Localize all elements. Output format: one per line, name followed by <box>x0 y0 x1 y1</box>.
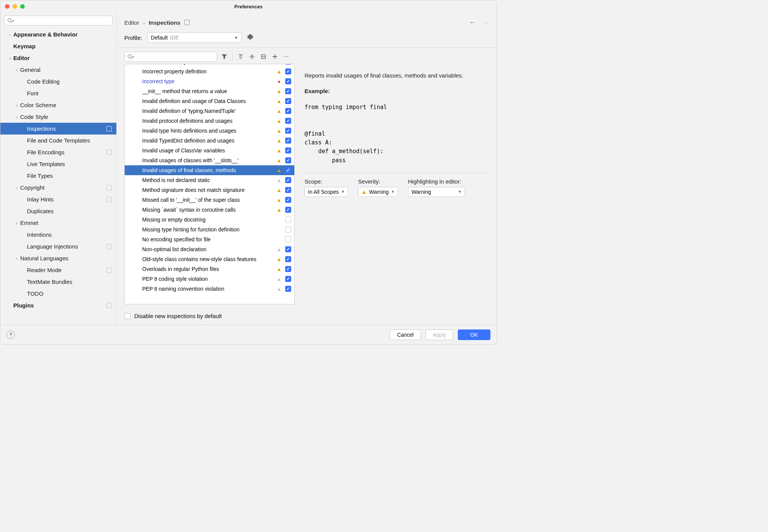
sidebar-item[interactable]: File Types <box>0 170 116 182</box>
sidebar-item[interactable]: Keymap <box>0 40 116 52</box>
inspection-checkbox[interactable] <box>285 147 291 154</box>
inspection-row[interactable]: No encoding specified for file <box>125 234 294 244</box>
inspection-row[interactable]: Missed call to '__init__' of the super c… <box>125 195 294 205</box>
inspection-checkbox[interactable] <box>285 118 291 124</box>
sidebar-item[interactable]: ›Natural Languages <box>0 252 116 264</box>
inspection-row[interactable]: Non-optimal list declaration▲ <box>125 244 294 254</box>
inspection-row[interactable]: Old-style class contains new-style class… <box>125 254 294 264</box>
sidebar-item[interactable]: Reader Mode <box>0 264 116 276</box>
warning-icon: ▲ <box>276 108 282 114</box>
inspection-checkbox[interactable] <box>285 78 291 84</box>
sidebar-item-label: File Types <box>27 173 53 179</box>
inspection-row[interactable]: Invalid usages of final classes, methods… <box>125 165 294 175</box>
sidebar-search-input[interactable] <box>14 18 110 24</box>
breadcrumb-parent[interactable]: Editor <box>124 19 139 26</box>
profile-select[interactable]: Default IDE ▼ <box>148 32 242 43</box>
inspection-row[interactable]: Invalid usages of classes with '__slots_… <box>125 155 294 165</box>
inspection-row[interactable]: Method signature does not match signatur… <box>125 185 294 195</box>
inspection-checkbox[interactable] <box>285 207 291 213</box>
inspection-checkbox[interactable] <box>285 98 291 104</box>
sidebar-search[interactable]: ▾ <box>4 16 113 25</box>
inspection-row[interactable]: Invalid usage of ClassVar variables▲ <box>125 146 294 155</box>
inspection-row[interactable]: Incorrect docstring▲ <box>125 64 294 66</box>
inspection-checkbox[interactable] <box>285 68 291 74</box>
sidebar-item[interactable]: ›Copyright <box>0 182 116 193</box>
sidebar-item[interactable]: TODO <box>0 288 116 299</box>
inspection-row[interactable]: Invalid definition and usage of Data Cla… <box>125 96 294 106</box>
cancel-button[interactable]: Cancel <box>390 329 421 340</box>
sidebar-item[interactable]: Plugins <box>0 299 116 311</box>
disable-new-inspections-checkbox[interactable] <box>124 313 130 319</box>
inspection-checkbox[interactable] <box>285 217 291 223</box>
warning-icon: ▲ <box>276 168 282 173</box>
nav-back-button[interactable]: ← <box>469 19 476 27</box>
reset-button[interactable] <box>259 52 268 61</box>
inspection-row[interactable]: Incorrect property definition▲ <box>125 66 294 76</box>
inspection-checkbox[interactable] <box>285 64 291 65</box>
inspection-row[interactable]: Invalid definition of 'typing.NamedTuple… <box>125 106 294 116</box>
sidebar-item[interactable]: ⌄Editor <box>0 52 116 64</box>
sidebar-item[interactable]: File Encodings <box>0 146 116 158</box>
sidebar-tree[interactable]: ›Appearance & BehaviorKeymap⌄Editor›Gene… <box>0 28 116 325</box>
inspection-row[interactable]: Invalid type hints definitions and usage… <box>125 126 294 136</box>
expand-all-button[interactable] <box>236 52 245 61</box>
inspection-row[interactable]: Method is not declared static▲ <box>125 175 294 185</box>
remove-button[interactable] <box>282 52 290 61</box>
add-button[interactable] <box>271 52 279 61</box>
sidebar-item[interactable]: Inlay Hints <box>0 193 116 205</box>
inspection-row[interactable]: Missing `await` syntax in coroutine call… <box>125 205 294 215</box>
sidebar-item[interactable]: ›Emmet <box>0 217 116 229</box>
sidebar-item[interactable]: File and Code Templates <box>0 135 116 146</box>
inspection-row[interactable]: __init__ method that returns a value▲ <box>125 86 294 96</box>
filter-button[interactable] <box>220 52 228 61</box>
severity-select[interactable]: ▲ Warning ▼ <box>358 187 398 197</box>
sidebar-item[interactable]: TextMate Bundles <box>0 276 116 288</box>
inspection-label: Incorrect docstring <box>142 64 276 65</box>
inspection-checkbox[interactable] <box>285 128 291 134</box>
inspection-checkbox[interactable] <box>285 256 291 262</box>
inspections-search-input[interactable] <box>134 54 214 60</box>
inspection-row[interactable]: PEP 8 coding style violation▲ <box>125 274 294 284</box>
inspection-checkbox[interactable] <box>285 167 291 173</box>
sidebar-item[interactable]: Inspections <box>0 123 116 135</box>
sidebar-item[interactable]: ›Appearance & Behavior <box>0 28 116 40</box>
inspection-checkbox[interactable] <box>285 276 291 282</box>
sidebar-item[interactable]: Duplicates <box>0 205 116 217</box>
inspection-row[interactable]: Incorrect type● <box>125 76 294 86</box>
collapse-all-button[interactable] <box>248 52 256 61</box>
sidebar-item[interactable]: ›Color Scheme <box>0 99 116 111</box>
inspection-checkbox[interactable] <box>285 187 291 193</box>
sidebar-item[interactable]: Live Templates <box>0 158 116 170</box>
inspection-checkbox[interactable] <box>285 157 291 163</box>
inspection-checkbox[interactable] <box>285 108 291 114</box>
inspection-row[interactable]: PEP 8 naming convention violation▲ <box>125 284 294 294</box>
inspection-checkbox[interactable] <box>285 138 291 144</box>
inspection-checkbox[interactable] <box>285 266 291 272</box>
inspection-checkbox[interactable] <box>285 177 291 183</box>
inspection-row[interactable]: Overloads in regular Python files▲ <box>125 264 294 274</box>
inspection-checkbox[interactable] <box>285 197 291 203</box>
sidebar-item[interactable]: Font <box>0 87 116 99</box>
sidebar-item[interactable]: Code Editing <box>0 76 116 87</box>
inspection-row[interactable]: Missing or empty docstring <box>125 215 294 225</box>
inspection-row[interactable]: Missing type hinting for function defini… <box>125 225 294 234</box>
inspection-checkbox[interactable] <box>285 88 291 94</box>
ok-button[interactable]: OK <box>458 329 490 340</box>
scope-select[interactable]: In All Scopes ▼ <box>305 187 348 197</box>
gear-icon[interactable] <box>247 34 253 41</box>
inspection-checkbox[interactable] <box>285 236 291 242</box>
highlighting-select[interactable]: Warning ▼ <box>408 187 465 197</box>
help-button[interactable]: ? <box>6 331 15 339</box>
inspections-search[interactable]: ▾ <box>124 52 217 62</box>
inspections-list[interactable]: Incorrect docstring▲Incorrect property d… <box>124 64 295 304</box>
sidebar-item[interactable]: Language Injections <box>0 241 116 252</box>
sidebar-item[interactable]: ›General <box>0 64 116 76</box>
sidebar-item[interactable]: ›Code Style <box>0 111 116 123</box>
sidebar-item[interactable]: Intentions <box>0 229 116 241</box>
inspection-checkbox[interactable] <box>285 286 291 292</box>
inspection-checkbox[interactable] <box>285 226 291 233</box>
inspection-row[interactable]: Invalid TypedDict definition and usages▲ <box>125 136 294 146</box>
copy-settings-icon[interactable] <box>184 20 190 25</box>
inspection-row[interactable]: Invalid protocol definitions and usages▲ <box>125 116 294 126</box>
inspection-checkbox[interactable] <box>285 246 291 252</box>
